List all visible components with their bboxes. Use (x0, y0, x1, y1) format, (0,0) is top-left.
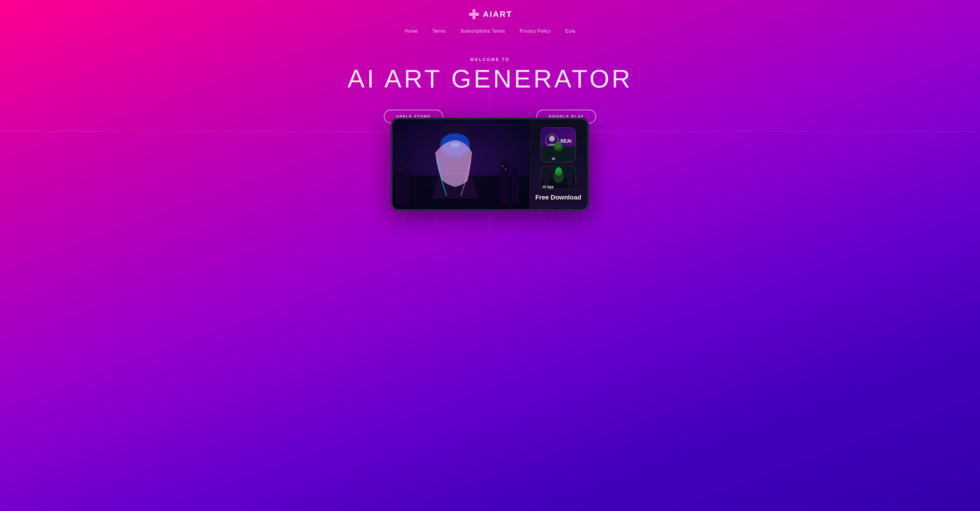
svg-rect-28 (399, 169, 401, 170)
svg-rect-42 (567, 170, 573, 187)
svg-text:AI: AI (552, 157, 555, 161)
nav-eula[interactable]: Eula (565, 29, 575, 34)
logo-text: AIART (483, 10, 512, 19)
svg-rect-29 (502, 166, 503, 167)
logo-icon (468, 8, 480, 21)
hero-title: AI ART GENERATOR (347, 65, 632, 92)
svg-rect-24 (404, 170, 410, 204)
phone-frame: REAI AI (391, 118, 589, 211)
welcome-label: WELCOME TO (470, 57, 510, 62)
svg-point-37 (555, 142, 562, 148)
reai-card: REAI AI (541, 127, 576, 162)
free-download-label: Free Download (535, 194, 581, 201)
svg-text:REAI: REAI (561, 138, 572, 143)
hero-section: WELCOME TO AI ART GENERATOR (0, 40, 980, 211)
left-dashed-line (0, 131, 392, 132)
nav-home[interactable]: Home (405, 29, 418, 34)
phone-mockup: REAI AI (391, 118, 589, 211)
phone-screen-art (393, 119, 529, 209)
svg-rect-23 (396, 164, 402, 204)
svg-rect-27 (397, 167, 398, 168)
header: AIART Home Terms Subscriptions Terms Pri… (0, 0, 980, 40)
svg-rect-41 (544, 172, 548, 187)
main-nav: Home Terms Subscriptions Terms Privacy P… (405, 29, 576, 34)
svg-rect-3 (469, 13, 479, 16)
nav-privacy-policy[interactable]: Privacy Policy (520, 29, 551, 34)
phone-screen: REAI AI (393, 119, 587, 209)
svg-rect-30 (505, 169, 506, 170)
logo: AIART (468, 8, 512, 21)
svg-text:AI App: AI App (542, 185, 554, 189)
svg-point-33 (549, 136, 555, 142)
ai-card-bottom: AI App (541, 166, 576, 189)
right-dashed-line (588, 131, 980, 132)
nav-terms[interactable]: Terms (432, 29, 445, 34)
phone-app-cards: REAI AI (529, 119, 587, 209)
svg-rect-26 (512, 167, 518, 204)
svg-rect-25 (501, 162, 509, 204)
nav-subscriptions-terms[interactable]: Subscriptions Terms (460, 29, 505, 34)
